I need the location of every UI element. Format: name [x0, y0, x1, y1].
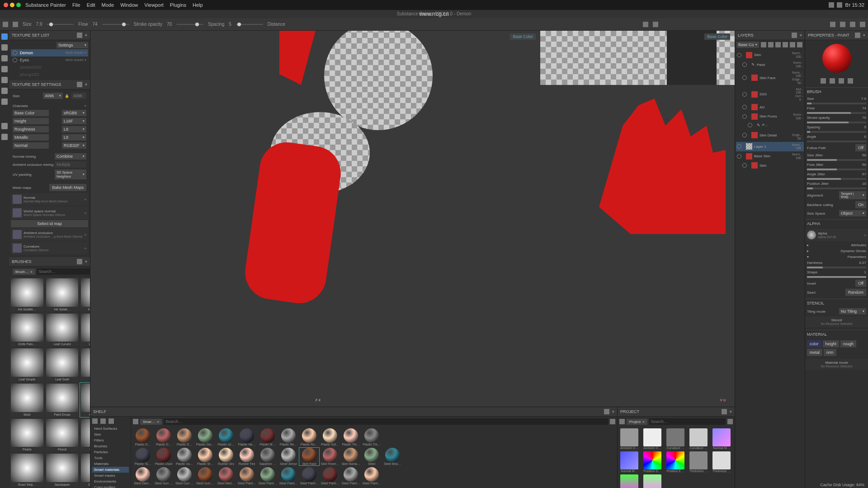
menu-file[interactable]: File — [72, 2, 80, 8]
shelf-category[interactable]: Smart materials — [92, 467, 129, 473]
shelf-category[interactable]: Particles — [92, 449, 129, 455]
eraser-tool-icon[interactable] — [1, 44, 8, 51]
shelf-category[interactable]: Materials — [92, 461, 129, 467]
undock-icon[interactable] — [77, 82, 82, 87]
material-item[interactable]: Plastic D… — [133, 428, 153, 446]
mesh-map-item[interactable]: NormalNormal Map from Mesh Demon× — [11, 193, 88, 206]
brush-tab[interactable]: Brush…× — [13, 269, 35, 275]
close-panel-icon[interactable]: × — [730, 409, 732, 414]
layer-channel-dropdown[interactable]: Base Co — [736, 42, 759, 48]
layer-visibility-icon[interactable] — [737, 154, 741, 159]
layer-visibility-icon[interactable] — [748, 123, 752, 127]
clear-map-icon[interactable]: × — [84, 197, 86, 202]
alignment-dropdown[interactable]: Tangent | Wrap — [839, 191, 866, 199]
bake-mesh-maps-button[interactable]: Bake Mesh Maps — [49, 184, 86, 191]
attributes-collapser[interactable]: ▸ Attributes — [805, 242, 868, 248]
material-item[interactable]: Silver Armor — [278, 448, 298, 465]
shelf-category[interactable]: Smart masks — [92, 473, 129, 479]
undock-icon[interactable] — [604, 409, 609, 414]
mesh-map-item[interactable]: Ambient occlusionAmbient Occlusion …p fr… — [11, 228, 88, 241]
layer-row[interactable]: Skin FaceNorm…100 -Edge…50 - — [736, 70, 804, 86]
material-channel-height[interactable]: height — [823, 340, 840, 347]
shelf-category[interactable]: Filters — [92, 437, 129, 443]
stencil-resource[interactable]: StencilNo Resource Selected — [805, 316, 868, 327]
layer-row[interactable]: SkinNorm…100 - — [736, 50, 804, 60]
undock-icon[interactable] — [77, 33, 82, 38]
layer-visibility-icon[interactable] — [742, 114, 747, 119]
project-resource[interactable]: Ambient O… — [619, 428, 639, 450]
menu-plugins[interactable]: Plugins — [170, 2, 186, 8]
prop-material-icon[interactable] — [848, 78, 853, 84]
material-picker-icon[interactable] — [1, 134, 8, 140]
polygon-fill-icon[interactable] — [1, 123, 8, 129]
brush-item[interactable]: Mold — [10, 383, 44, 417]
layer-row[interactable]: ✎PaintNorm -100 - — [736, 60, 804, 69]
shelf-search-input[interactable] — [164, 418, 608, 425]
material-item[interactable]: Plastic W… — [195, 448, 215, 465]
channel-name[interactable]: Height — [13, 118, 49, 124]
normal-mixing-dropdown[interactable]: Combine — [55, 153, 86, 160]
close-panel-icon[interactable]: × — [800, 33, 802, 38]
clear-alpha-icon[interactable]: × — [864, 233, 866, 237]
prop-brush-icon[interactable] — [821, 78, 826, 84]
seed-button[interactable]: Random — [845, 289, 866, 296]
material-item[interactable]: Sapphire … — [258, 448, 278, 465]
tiling-dropdown[interactable]: No Tiling — [839, 308, 866, 314]
close-panel-icon[interactable]: × — [612, 409, 614, 414]
texture-set-item[interactable]: EyesMesh shader — [11, 56, 88, 64]
channel-name[interactable]: Base Color — [13, 110, 49, 116]
angle-jitter-slider[interactable] — [807, 178, 866, 180]
layer-row[interactable]: Skin — [736, 161, 804, 170]
shelf-category[interactable]: Tools — [92, 455, 129, 461]
material-item[interactable]: Plastic Thi… — [341, 428, 361, 446]
menu-viewport[interactable]: Viewport — [144, 2, 164, 8]
layer-visibility-icon[interactable] — [742, 163, 747, 168]
shelf-category[interactable]: Environments — [92, 479, 129, 484]
channel-name[interactable]: Roughness — [13, 126, 49, 132]
clear-map-icon[interactable]: × — [84, 233, 86, 237]
follow-path-toggle[interactable]: Off — [855, 144, 866, 151]
layer-visibility-icon[interactable] — [737, 53, 741, 57]
spacing-slider[interactable] — [236, 24, 263, 25]
undock-icon[interactable] — [77, 259, 82, 264]
visibility-icon[interactable] — [13, 58, 17, 62]
menu-app[interactable]: Substance Painter — [25, 2, 66, 8]
close-panel-icon[interactable]: × — [863, 33, 865, 38]
viewport2d-channel-dropdown[interactable]: Base Color — [704, 33, 730, 40]
add-folder-icon[interactable] — [783, 42, 788, 47]
material-item[interactable]: Plastic Gr… — [216, 428, 236, 446]
close-panel-icon[interactable]: × — [85, 33, 87, 38]
filter-icon[interactable] — [133, 419, 138, 424]
filter-icon[interactable] — [619, 419, 625, 424]
invert-toggle[interactable]: Off — [855, 280, 866, 287]
projection-tool-icon[interactable] — [1, 55, 8, 61]
shape-slider[interactable] — [807, 276, 866, 278]
project-resource[interactable]: Thickness … — [712, 451, 731, 473]
position-jitter-slider[interactable] — [807, 188, 866, 189]
smudge-tool-icon[interactable] — [1, 77, 8, 83]
parameters-collapser[interactable]: ▾ Parameters — [805, 254, 868, 260]
material-item[interactable]: Steel Paint… — [341, 467, 361, 485]
texture-set-item[interactable]: phong1SG — [11, 71, 88, 78]
close-panel-icon[interactable]: × — [85, 82, 87, 87]
wifi-icon[interactable] — [829, 2, 834, 8]
clear-map-icon[interactable]: × — [84, 211, 86, 215]
2d-viewport[interactable]: Base Color v u — [540, 31, 735, 407]
close-icon[interactable] — [4, 3, 8, 7]
size-slider[interactable] — [807, 103, 866, 104]
alpha-resource[interactable]: AlphaAlpha Dirt 05 × — [805, 229, 868, 241]
fill-tool-icon[interactable] — [1, 66, 8, 72]
layer-visibility-icon[interactable] — [737, 144, 741, 149]
material-item[interactable]: Steel Paint… — [362, 467, 382, 485]
material-item[interactable]: Plastic He… — [237, 428, 257, 446]
layer-row[interactable]: Skin DetailEdge…50 - — [736, 129, 804, 142]
channel-format-dropdown[interactable]: sRGB8 — [62, 110, 86, 116]
add-fill-icon[interactable] — [775, 42, 781, 47]
material-item[interactable]: Steel Gun … — [195, 467, 215, 485]
settings-dropdown[interactable]: Settings — [57, 42, 88, 48]
menu-window[interactable]: Window — [120, 2, 138, 8]
project-resource[interactable]: Curvature … — [665, 428, 685, 450]
material-item[interactable]: Steel Gun … — [175, 467, 194, 485]
paint-tool-icon[interactable] — [1, 33, 8, 40]
texture-set-item[interactable]: lambert4SG — [11, 64, 88, 71]
